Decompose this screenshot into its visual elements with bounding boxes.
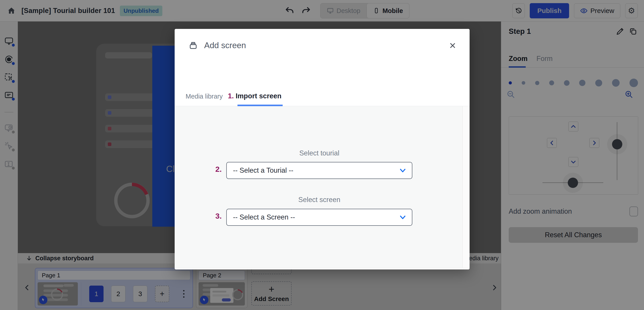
tourial-select-dropdown[interactable]: -- Select a Tourial -- (226, 162, 412, 179)
app-screen: [Sample] Tourial builder 101 Unpublished… (0, 0, 644, 310)
modal-body: Select tourial 2. -- Select a Tourial --… (175, 106, 470, 268)
modal-tabs: Media library 1. Import screen (175, 62, 470, 106)
tab-media-library[interactable]: Media library (186, 93, 223, 100)
select-screen-label: Select screen (226, 196, 412, 204)
chevron-down-icon (399, 215, 406, 220)
modal-footer: 4. Add to tour (175, 268, 470, 269)
active-modal-tab-underline (238, 105, 283, 106)
add-screen-modal: Add screen × Media library 1. Import scr… (175, 29, 470, 269)
tourial-select-value: -- Select a Tourial -- (233, 167, 294, 175)
screen-select-dropdown[interactable]: -- Select a Screen -- (226, 209, 412, 226)
tab-import-screen[interactable]: Import screen (236, 92, 282, 100)
annotation-1: 1. (228, 92, 234, 100)
select-tourial-label: Select tourial (226, 149, 412, 157)
annotation-2: 2. (215, 165, 222, 174)
chevron-down-icon (399, 168, 406, 173)
screen-select-value: -- Select a Screen -- (233, 213, 295, 221)
archive-box-icon (188, 40, 198, 51)
modal-header: Add screen × (175, 29, 470, 62)
annotation-3: 3. (215, 212, 222, 220)
close-icon[interactable]: × (446, 39, 459, 52)
modal-scrollbar-gutter[interactable] (462, 106, 470, 268)
modal-title: Add screen (204, 41, 246, 50)
